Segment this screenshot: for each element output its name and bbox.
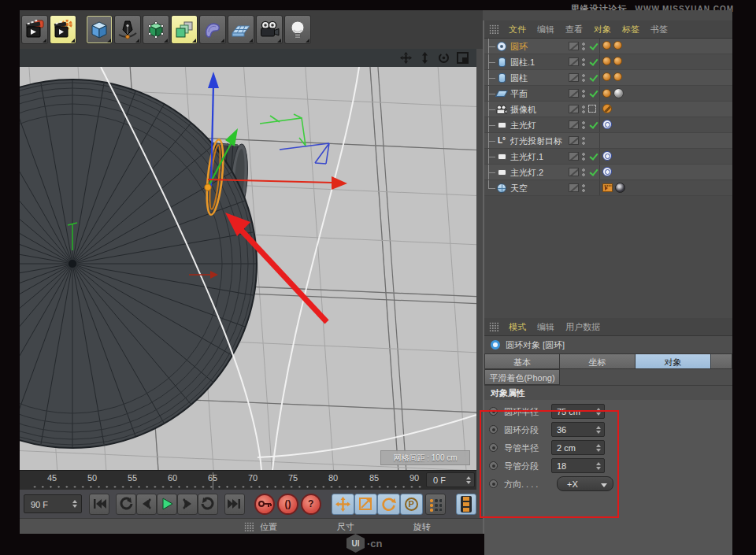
next-key-button[interactable]	[198, 494, 218, 515]
object-row-light2[interactable]: 主光灯.2	[484, 165, 732, 180]
enabled-check-icon[interactable]	[588, 167, 598, 176]
keyframe-help-button[interactable]: ?	[301, 494, 321, 515]
current-frame-field[interactable]: 0 F	[426, 472, 475, 487]
visibility-dots[interactable]	[582, 73, 585, 82]
enabled-check-icon[interactable]	[588, 151, 598, 161]
object-row-light-target[interactable]: L° 灯光投射目标	[484, 133, 732, 149]
record-position-toggle[interactable]	[332, 494, 354, 515]
layer-chip[interactable]	[569, 105, 579, 113]
deformer-button[interactable]	[199, 15, 226, 44]
object-row-light1[interactable]: 主光灯.1	[484, 149, 732, 165]
layer-chip[interactable]	[569, 42, 579, 50]
rotate-view-icon[interactable]	[438, 52, 450, 64]
om-menu-object[interactable]: 对象	[594, 24, 611, 35]
object-name[interactable]: 天空	[510, 183, 528, 194]
om-menu-edit[interactable]: 编辑	[537, 24, 554, 35]
phong-tag-icon[interactable]	[613, 72, 622, 81]
frame-marker[interactable]	[213, 472, 213, 490]
object-row-light[interactable]: 主光灯	[484, 117, 732, 133]
render-view-button[interactable]	[21, 15, 48, 44]
visibility-dots[interactable]	[582, 152, 585, 161]
tab-overflow[interactable]	[711, 353, 732, 369]
frame-spinner[interactable]	[465, 473, 472, 487]
target-tag-icon[interactable]	[602, 167, 612, 176]
am-menu-userdata[interactable]: 用户数据	[565, 321, 600, 333]
record-scale-toggle[interactable]	[354, 494, 377, 515]
phong-tag-icon[interactable]	[602, 57, 611, 65]
layer-chip[interactable]	[569, 89, 579, 98]
timeline-ruler[interactable]: 45 50 55 60 65 70 75 80 85 90 0 F	[20, 470, 476, 490]
tab-basic[interactable]: 基本	[484, 353, 560, 369]
object-name[interactable]: 圆柱.1	[510, 57, 535, 68]
material-tag-icon[interactable]	[613, 88, 624, 98]
record-keyframe-button[interactable]	[254, 494, 275, 515]
object-name[interactable]: 灯光投射目标	[510, 135, 562, 147]
previous-frame-button[interactable]	[136, 494, 157, 515]
timeline-mode-button[interactable]	[456, 494, 476, 515]
record-rotation-toggle[interactable]	[377, 494, 400, 515]
target-tag-icon[interactable]	[602, 151, 612, 161]
target-tag-icon[interactable]	[602, 120, 612, 129]
texture-tag-icon[interactable]	[615, 183, 625, 193]
enabled-check-icon[interactable]	[588, 88, 598, 98]
am-menu-grip[interactable]	[489, 322, 499, 331]
viewport-canvas[interactable]: 网格间距 : 100 cm	[20, 67, 476, 470]
tab-phong[interactable]: 平滑着色(Phong)	[484, 369, 560, 385]
visibility-dots[interactable]	[582, 183, 585, 192]
layer-chip[interactable]	[569, 120, 579, 129]
coordbar-grip[interactable]	[244, 522, 254, 531]
layer-chip[interactable]	[569, 183, 579, 192]
light-button[interactable]	[284, 15, 311, 44]
go-to-start-button[interactable]	[89, 494, 109, 515]
enabled-check-icon[interactable]	[588, 120, 598, 129]
enabled-check-icon[interactable]	[588, 57, 598, 66]
object-name[interactable]: 摄像机	[510, 104, 536, 116]
object-row-cylinder[interactable]: 圆柱	[484, 70, 732, 86]
autokey-button[interactable]: ()	[277, 494, 298, 515]
go-to-end-button[interactable]	[224, 494, 245, 515]
om-menu-grip[interactable]	[489, 24, 499, 34]
visibility-dots[interactable]	[582, 136, 585, 145]
object-row-torus[interactable]: 圆环	[484, 39, 732, 54]
visibility-dots[interactable]	[582, 57, 585, 66]
object-name[interactable]: 平面	[510, 88, 528, 100]
layer-chip[interactable]	[569, 57, 579, 66]
visibility-dots[interactable]	[582, 42, 585, 50]
phong-tag-icon[interactable]	[613, 57, 622, 65]
spline-pen-button[interactable]	[114, 15, 141, 44]
object-row-sky[interactable]: 天空	[484, 180, 732, 196]
object-row-cylinder1[interactable]: 圆柱.1	[484, 54, 732, 70]
visibility-dots[interactable]	[582, 120, 585, 129]
am-menu-edit[interactable]: 编辑	[537, 321, 554, 333]
om-menu-bookmark[interactable]: 书签	[650, 24, 668, 35]
previous-key-button[interactable]	[116, 494, 136, 515]
play-button[interactable]	[157, 494, 177, 515]
object-name[interactable]: 圆环	[510, 41, 528, 53]
range-end-field[interactable]: 90 F	[24, 494, 82, 513]
tab-object[interactable]: 对象	[636, 353, 711, 369]
object-name[interactable]: 主光灯	[510, 120, 536, 131]
array-button[interactable]	[171, 15, 198, 44]
layer-chip[interactable]	[569, 152, 579, 161]
point-level-animation-button[interactable]	[425, 494, 446, 515]
next-frame-button[interactable]	[177, 494, 198, 515]
pan-view-icon[interactable]	[400, 52, 412, 64]
toggle-view-icon[interactable]	[457, 52, 469, 64]
phong-tag-icon[interactable]	[613, 41, 622, 50]
om-menu-tags[interactable]: 标签	[622, 24, 639, 35]
viewport-titlebar[interactable]	[20, 49, 476, 67]
protection-tag-icon[interactable]	[602, 104, 612, 113]
am-menu-mode[interactable]: 模式	[509, 321, 526, 333]
object-name[interactable]: 主光灯.2	[510, 167, 543, 179]
generator-button[interactable]	[143, 15, 169, 44]
object-row-plane[interactable]: 平面	[484, 86, 732, 102]
phong-tag-icon[interactable]	[602, 72, 611, 81]
visibility-dots[interactable]	[582, 105, 585, 113]
object-name[interactable]: 圆柱	[510, 72, 528, 84]
zoom-view-icon[interactable]	[419, 52, 431, 64]
object-row-camera[interactable]: 摄像机	[484, 102, 732, 117]
render-settings-button[interactable]	[50, 15, 76, 44]
om-menu-view[interactable]: 查看	[565, 24, 583, 35]
layer-chip[interactable]	[569, 168, 579, 176]
layer-chip[interactable]	[569, 73, 579, 82]
